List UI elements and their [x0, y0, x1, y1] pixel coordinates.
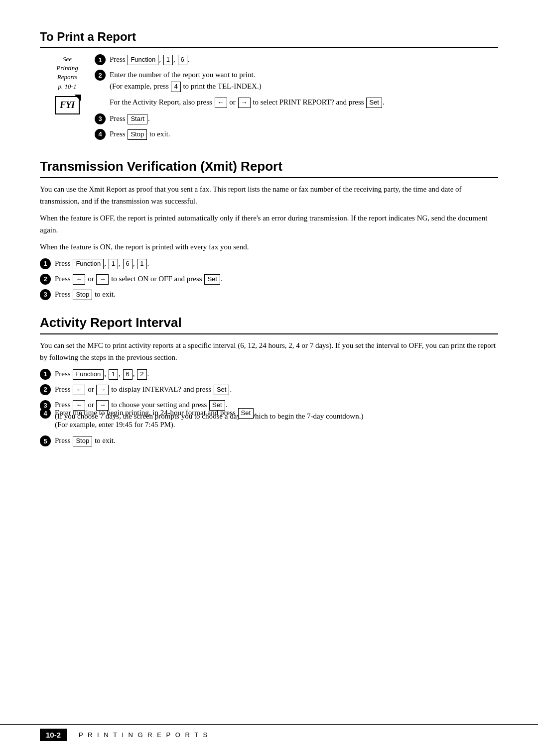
sidebar-page: p. 10-1: [40, 82, 95, 91]
fyi-icon: FYI: [55, 96, 80, 114]
key-4: 4: [171, 82, 180, 92]
xmit-step-3: 3 Press Stop to exit.: [40, 289, 498, 300]
key-function-xmit1: Function: [73, 259, 104, 269]
xmit-step-text-3: Press Stop to exit.: [55, 289, 498, 300]
key-1-act1: 1: [109, 369, 118, 380]
sidebar-printing: Printing: [40, 64, 95, 73]
activity-step-4-text: Enter the time to begin printing, in 24-…: [55, 407, 498, 431]
key-left-xmit2: ←: [73, 274, 85, 285]
footer: 10-2 P R I N T I N G R E P O R T S: [0, 724, 538, 741]
xmit-step-number-1: 1: [40, 258, 51, 269]
activity-step-text-1: Press Function, 1, 6, 2.: [55, 368, 498, 380]
xmit-step-text-1: Press Function, 1, 6, 1.: [55, 258, 498, 269]
xmit-steps: 1 Press Function, 1, 6, 1. 2 Press ← or …: [40, 258, 498, 300]
key-set-act4b: Set: [238, 408, 254, 419]
key-set-fyi: Set: [366, 98, 382, 108]
activity-para-1: You can set the MFC to print activity re…: [40, 339, 498, 363]
step-3-print-report: 3 Press Start.: [95, 113, 498, 124]
section-title-print-report: To Print a Report: [40, 30, 498, 48]
xmit-step-number-3: 3: [40, 289, 51, 300]
key-6-xmit1: 6: [123, 259, 133, 269]
xmit-step-1: 1 Press Function, 1, 6, 1.: [40, 258, 498, 269]
step-text-4: Press Stop to exit.: [110, 128, 498, 140]
page: To Print a Report See Printing Reports p…: [0, 0, 538, 756]
step-text-2: Enter the number of the report you want …: [110, 69, 498, 92]
page-number: 10-2: [40, 729, 67, 741]
key-6-act1: 6: [123, 369, 133, 380]
key-1: 1: [163, 55, 173, 65]
key-function: Function: [128, 55, 158, 65]
activity-step-circle-5: 5: [40, 435, 51, 446]
section-title-activity: Activity Report Interval: [40, 315, 498, 334]
activity-step-5-text: Press Stop to exit.: [55, 434, 498, 446]
key-right-xmit2: →: [96, 274, 109, 285]
step-number-3: 3: [95, 113, 106, 124]
sidebar-note: See Printing Reports p. 10-1 FYI: [40, 54, 95, 144]
sidebar-see: See: [40, 55, 95, 64]
key-stop: Stop: [128, 129, 147, 140]
activity-step-1: 1 Press Function, 1, 6, 2.: [40, 368, 498, 380]
xmit-para-1: You can use the Xmit Report as proof tha…: [40, 183, 498, 207]
step-4-print-report: 4 Press Stop to exit.: [95, 128, 498, 140]
activity-step-circle-4: 4: [40, 408, 51, 419]
activity-step-4-proper: 4 Enter the time to begin printing, in 2…: [40, 407, 498, 431]
step-1-print-report: 1 Press Function, 1, 6.: [95, 54, 498, 65]
key-1-xmit1: 1: [109, 259, 118, 269]
key-stop-act5: Stop: [73, 436, 92, 446]
key-2-act1: 2: [137, 369, 146, 380]
xmit-step-2: 2 Press ← or → to select ON or OFF and p…: [40, 273, 498, 285]
key-left-act2: ←: [73, 385, 85, 395]
steps-list-1: 1 Press Function, 1, 6. 2 Enter the numb…: [95, 54, 498, 144]
key-stop-xmit3: Stop: [73, 290, 92, 300]
step-text-3: Press Start.: [110, 113, 498, 124]
section-xmit-report: Transmission Verification (Xmit) Report …: [40, 159, 498, 300]
key-right-act2: →: [96, 385, 109, 395]
key-start: Start: [128, 114, 147, 124]
xmit-step-text-2: Press ← or → to select ON or OFF and pre…: [55, 273, 498, 285]
key-1-xmit1b: 1: [137, 259, 146, 269]
xmit-step-number-2: 2: [40, 274, 51, 285]
xmit-para-2: When the feature is OFF, the report is p…: [40, 212, 498, 236]
activity-step-number-2: 2: [40, 384, 51, 395]
footer-text: P R I N T I N G R E P O R T S: [79, 731, 209, 739]
section-title-xmit: Transmission Verification (Xmit) Report: [40, 159, 498, 178]
print-report-steps-area: See Printing Reports p. 10-1 FYI 1 Press…: [40, 54, 498, 144]
key-set-xmit2: Set: [204, 274, 220, 285]
step-number-2: 2: [95, 70, 106, 81]
step-number-1: 1: [95, 54, 106, 65]
xmit-para-3: When the feature is ON, the report is pr…: [40, 241, 498, 253]
key-6: 6: [178, 55, 187, 65]
activity-step-text-2: Press ← or → to display INTERVAL? and pr…: [55, 384, 498, 395]
activity-step-2: 2 Press ← or → to display INTERVAL? and …: [40, 384, 498, 395]
section-activity-report: Activity Report Interval You can set the…: [40, 315, 498, 447]
key-left-arrow-fyi: ←: [215, 98, 227, 108]
key-function-act1: Function: [73, 369, 104, 380]
step-2-print-report: 2 Enter the number of the report you wan…: [95, 69, 498, 92]
key-set-act2: Set: [214, 385, 230, 395]
activity-step-number-1: 1: [40, 369, 51, 380]
section-print-report: To Print a Report See Printing Reports p…: [40, 30, 498, 144]
activity-step-5: 5 Press Stop to exit.: [40, 434, 498, 446]
fyi-note-text: For the Activity Report, also press ← or…: [110, 96, 498, 108]
sidebar-reports: Reports: [40, 73, 95, 82]
key-right-arrow-fyi: →: [238, 98, 251, 108]
step-text-1: Press Function, 1, 6.: [110, 54, 498, 65]
step-number-4: 4: [95, 129, 106, 140]
